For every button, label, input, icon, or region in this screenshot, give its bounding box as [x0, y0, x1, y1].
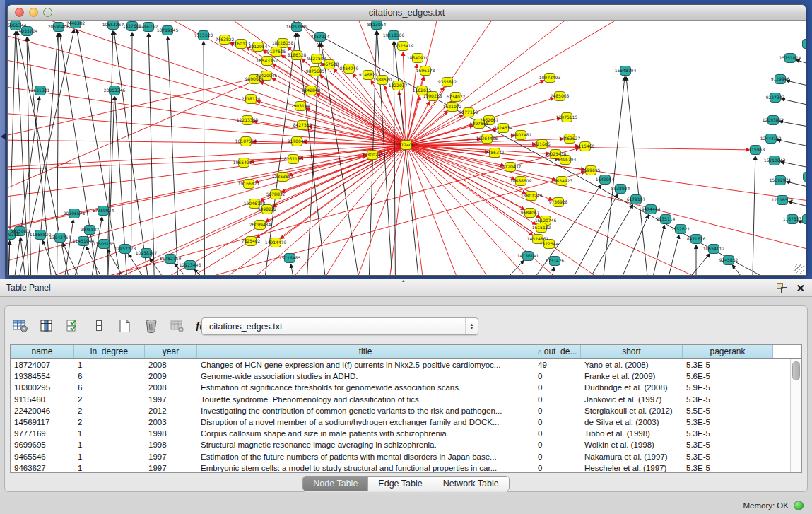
- graph-node[interactable]: [803, 215, 806, 224]
- table-cell-title[interactable]: Tourette syndrome. Phenomenology and cla…: [197, 395, 534, 404]
- table-cell-name[interactable]: 9465546: [11, 452, 74, 461]
- table-cell-short[interactable]: Dudbridge et al. (2008): [581, 383, 683, 392]
- table-cell-in_degree[interactable]: 2: [74, 407, 145, 415]
- table-cell-title[interactable]: Investigating the contribution of common…: [197, 407, 534, 415]
- table-cell-pagerank[interactable]: 5.3E-5: [683, 440, 773, 449]
- table-row[interactable]: 1872400712008Changes of HCN gene express…: [11, 359, 801, 370]
- table-cell-out_de[interactable]: 0: [534, 395, 581, 404]
- table-cell-out_de[interactable]: 0: [534, 372, 581, 380]
- table-cell-short[interactable]: de Silva et al. (2003): [581, 418, 683, 426]
- table-row[interactable]: 1456911722003Disruption of a novel membe…: [11, 416, 801, 428]
- table-cell-year[interactable]: 2003: [145, 418, 197, 426]
- table-cell-name[interactable]: 22420046: [11, 407, 74, 415]
- tab-node-table[interactable]: Node Table: [303, 477, 368, 491]
- table-cell-title[interactable]: Changes of HCN gene expression and I(f) …: [197, 361, 534, 369]
- table-cell-name[interactable]: 18724007: [11, 361, 74, 369]
- table-cell-pagerank[interactable]: 5.3E-5: [683, 429, 773, 438]
- table-cell-out_de[interactable]: 0: [534, 418, 581, 426]
- collapse-left-arrow-icon[interactable]: [1, 133, 6, 140]
- table-cell-short[interactable]: Hescheler et al. (1997): [581, 464, 683, 472]
- table-cell-short[interactable]: Franke et al. (2009): [581, 372, 683, 380]
- table-cell-out_de[interactable]: 0: [534, 440, 581, 449]
- float-window-button[interactable]: [777, 283, 787, 293]
- table-cell-pagerank[interactable]: 5.6E-5: [683, 372, 773, 380]
- table-cell-pagerank[interactable]: 5.3E-5: [683, 418, 773, 426]
- table-cell-title[interactable]: Genome-wide association studies in ADHD.: [197, 372, 534, 380]
- table-cell-out_de[interactable]: 0: [534, 407, 581, 415]
- table-row[interactable]: 977716911998Corpus callosum shape and si…: [11, 428, 801, 439]
- network-canvas[interactable]: 1872400774638229160123891295418226058912…: [8, 21, 806, 275]
- splitter-handle-icon[interactable]: ▴: [402, 279, 405, 283]
- table-cell-name[interactable]: 9115460: [11, 395, 74, 404]
- table-cell-year[interactable]: 2008: [145, 361, 197, 369]
- table-cell-name[interactable]: 18300295: [11, 383, 74, 392]
- citation-graph[interactable]: 1872400774638229160123891295418226058912…: [8, 21, 806, 275]
- table-cell-out_de[interactable]: 49: [534, 361, 581, 369]
- table-cell-title[interactable]: Corpus callosum shape and size in male p…: [197, 429, 534, 438]
- table-cell-in_degree[interactable]: 1: [74, 429, 145, 438]
- table-row[interactable]: 969969511998Structural magnetic resonanc…: [11, 439, 801, 450]
- table-cell-short[interactable]: Wolkin et al. (1998): [581, 440, 683, 449]
- table-cell-out_de[interactable]: 0: [534, 464, 581, 472]
- resize-grip-icon[interactable]: [794, 264, 804, 274]
- table-cell-year[interactable]: 1997: [145, 464, 197, 472]
- table-cell-year[interactable]: 1997: [145, 395, 197, 404]
- tab-network-table[interactable]: Network Table: [433, 477, 509, 491]
- table-cell-name[interactable]: 9699695: [11, 440, 74, 449]
- table-cell-short[interactable]: Jankovic et al. (1997): [581, 395, 683, 404]
- graph-node[interactable]: [804, 173, 806, 182]
- graph-node[interactable]: [803, 40, 806, 49]
- table-row[interactable]: 1830029562008Estimation of significance …: [11, 382, 801, 393]
- table-cell-out_de[interactable]: 0: [534, 429, 581, 438]
- vertical-scrollbar[interactable]: [790, 359, 801, 472]
- table-cell-name[interactable]: 19384554: [11, 372, 74, 380]
- table-cell-out_de[interactable]: 0: [534, 452, 581, 461]
- table-cell-year[interactable]: 1998: [145, 440, 197, 449]
- column-header-short[interactable]: short: [581, 345, 683, 358]
- table-cell-in_degree[interactable]: 1: [74, 440, 145, 449]
- table-cell-title[interactable]: Disruption of a novel member of a sodium…: [197, 418, 534, 426]
- column-header-title[interactable]: title: [197, 345, 534, 358]
- cell-entry-button[interactable]: [90, 317, 108, 335]
- table-row[interactable]: 946554611997Estimation of the future num…: [11, 451, 801, 462]
- show-columns-button[interactable]: [37, 317, 56, 335]
- table-row[interactable]: 911546021997Tourette syndrome. Phenomeno…: [11, 394, 801, 405]
- table-cell-pagerank[interactable]: 5.3E-5: [683, 395, 773, 404]
- table-cell-in_degree[interactable]: 2: [74, 395, 145, 404]
- import-table-button[interactable]: [168, 317, 187, 335]
- table-cell-title[interactable]: Estimation of significance thresholds fo…: [197, 383, 534, 392]
- column-header-in_degree[interactable]: in_degree: [74, 345, 145, 358]
- table-cell-short[interactable]: Nakamura et al. (1997): [581, 452, 683, 461]
- column-header-year[interactable]: year: [145, 345, 197, 358]
- table-cell-short[interactable]: Stergiakouli et al. (2012): [581, 407, 683, 415]
- table-selector-dropdown[interactable]: citations_edges.txt ▲▼: [201, 317, 478, 335]
- table-cell-pagerank[interactable]: 5.9E-5: [683, 383, 773, 392]
- table-cell-in_degree[interactable]: 6: [74, 383, 145, 392]
- delete-column-button[interactable]: [142, 317, 160, 335]
- table-cell-name[interactable]: 9777169: [11, 429, 74, 438]
- table-mode-button[interactable]: [11, 317, 30, 335]
- table-cell-year[interactable]: 2012: [145, 407, 197, 415]
- column-header-name[interactable]: name: [11, 345, 74, 358]
- table-row[interactable]: 2242004622012Investigating the contribut…: [11, 405, 801, 416]
- table-cell-year[interactable]: 2008: [145, 383, 197, 392]
- table-cell-out_de[interactable]: 0: [534, 383, 581, 392]
- table-cell-short[interactable]: Tibbo et al. (1998): [581, 429, 683, 438]
- table-cell-in_degree[interactable]: 1: [74, 464, 145, 472]
- column-header-pagerank[interactable]: pagerank: [683, 345, 773, 358]
- table-cell-name[interactable]: 14569117: [11, 418, 74, 426]
- table-cell-in_degree[interactable]: 1: [74, 452, 145, 461]
- table-cell-name[interactable]: 9463627: [11, 464, 74, 472]
- table-cell-year[interactable]: 1997: [145, 452, 197, 461]
- column-header-out_de[interactable]: △out_de...: [534, 345, 581, 358]
- table-cell-in_degree[interactable]: 1: [74, 361, 145, 369]
- table-cell-in_degree[interactable]: 2: [74, 418, 145, 426]
- select-all-button[interactable]: [64, 317, 82, 335]
- table-cell-short[interactable]: Yano et al. (2008): [581, 361, 683, 369]
- table-cell-pagerank[interactable]: 5.3E-5: [683, 361, 773, 369]
- table-cell-year[interactable]: 1998: [145, 429, 197, 438]
- table-row[interactable]: 946362711997Embryonic stem cells: a mode…: [11, 462, 801, 473]
- close-panel-button[interactable]: ✕: [796, 283, 805, 293]
- table-cell-in_degree[interactable]: 6: [74, 372, 145, 380]
- table-cell-pagerank[interactable]: 5.3E-5: [683, 464, 773, 472]
